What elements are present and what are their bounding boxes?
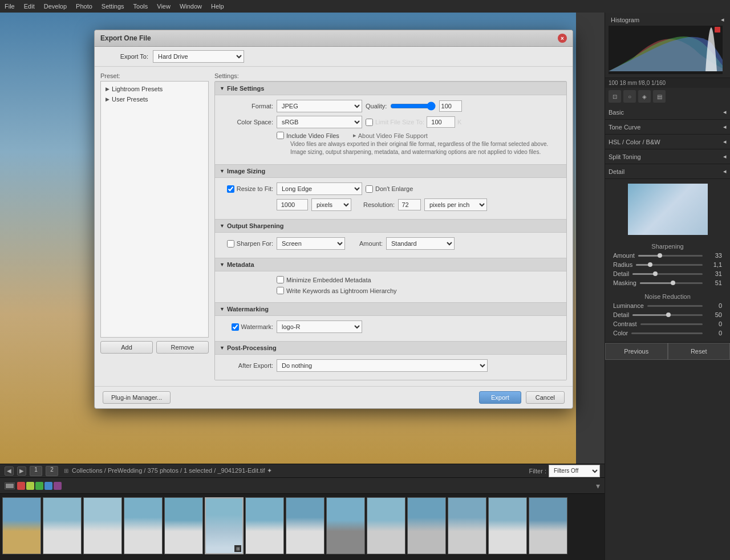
after-export-row: After Export: Do nothing bbox=[222, 359, 559, 372]
preset-label: Preset: bbox=[100, 72, 209, 79]
dialog-footer-right: Export Cancel bbox=[479, 391, 565, 404]
resize-to-fit-checkbox[interactable] bbox=[227, 185, 234, 193]
settings-area: Settings: ▼ File Settings Format: JPEG bbox=[214, 72, 567, 380]
preset-scroll[interactable]: ▶ Lightroom Presets ▶ User Presets bbox=[100, 81, 209, 338]
about-video: ▸ About Video File Support bbox=[353, 132, 428, 139]
menu-view[interactable]: View bbox=[157, 3, 171, 10]
user-presets-group[interactable]: ▶ User Presets bbox=[101, 94, 208, 104]
image-sizing-header[interactable]: ▼ Image Sizing bbox=[215, 164, 566, 178]
metadata-title: Metadata bbox=[227, 261, 254, 268]
color-space-label: Color Space: bbox=[222, 119, 273, 125]
video-row: Include Video Files ▸ About Video File S… bbox=[222, 132, 559, 156]
user-presets-label: User Presets bbox=[112, 96, 148, 103]
menu-settings[interactable]: Settings bbox=[102, 3, 124, 10]
export-to-label: Export To: bbox=[103, 53, 148, 60]
preset-tree: ▶ Lightroom Presets ▶ User Presets bbox=[101, 82, 208, 107]
color-space-row: Color Space: sRGB Limit File Size To: K bbox=[222, 116, 559, 128]
output-sharpening-header[interactable]: ▼ Output Sharpening bbox=[215, 219, 566, 233]
sharpen-for-checkbox[interactable] bbox=[227, 240, 234, 247]
watermark-label[interactable]: Watermark: bbox=[222, 323, 273, 331]
file-settings-header[interactable]: ▼ File Settings bbox=[215, 82, 566, 95]
resize-to-fit-label[interactable]: Resize to Fit: bbox=[222, 185, 273, 193]
export-button[interactable]: Export bbox=[479, 391, 521, 404]
dont-enlarge-label[interactable]: Don't Enlarge bbox=[366, 185, 413, 193]
lightroom-presets-group[interactable]: ▶ Lightroom Presets bbox=[101, 84, 208, 94]
menu-photo[interactable]: Photo bbox=[76, 3, 92, 10]
dont-enlarge-checkbox[interactable] bbox=[366, 185, 373, 193]
sharpen-for-row: Sharpen For: Screen Amount: Standard bbox=[222, 237, 559, 250]
resolution-label: Resolution: bbox=[355, 201, 395, 208]
menu-tools[interactable]: Tools bbox=[133, 3, 148, 10]
format-select[interactable]: JPEG bbox=[277, 100, 362, 112]
after-export-select[interactable]: Do nothing bbox=[277, 359, 488, 372]
menu-develop[interactable]: Develop bbox=[44, 3, 67, 10]
menu-help[interactable]: Help bbox=[211, 3, 224, 10]
plugin-manager-button[interactable]: Plug-in Manager... bbox=[103, 391, 171, 404]
minimize-metadata-checkbox[interactable] bbox=[277, 276, 284, 283]
include-video-checkbox[interactable] bbox=[277, 132, 284, 139]
output-sharpening-content: Sharpen For: Screen Amount: Standard bbox=[215, 233, 566, 258]
video-info-text: Video files are always exported in their… bbox=[290, 140, 559, 156]
watermark-checkbox[interactable] bbox=[232, 323, 239, 331]
menu-edit[interactable]: Edit bbox=[24, 3, 35, 10]
export-to-select[interactable]: Hard Drive bbox=[153, 50, 244, 63]
sharpen-for-label[interactable]: Sharpen For: bbox=[222, 240, 273, 247]
file-settings-content: Format: JPEG Quality: bbox=[215, 95, 566, 164]
video-checkboxes: Include Video Files ▸ About Video File S… bbox=[277, 132, 559, 139]
keywords-row: Write Keywords as Lightroom Hierarchy bbox=[222, 287, 559, 294]
pixel-row: pixels Resolution: pixels per inch bbox=[222, 198, 559, 211]
settings-panel[interactable]: ▼ File Settings Format: JPEG Quality: bbox=[214, 81, 567, 380]
export-dialog: Export One File × Export To: Hard Drive … bbox=[94, 30, 573, 409]
resolution-input[interactable] bbox=[398, 199, 421, 210]
after-export-label: After Export: bbox=[222, 362, 273, 369]
dialog-close-button[interactable]: × bbox=[558, 34, 567, 43]
amount-select[interactable]: Standard bbox=[386, 237, 455, 250]
pixels-input[interactable] bbox=[277, 199, 308, 210]
preset-buttons: Add Remove bbox=[100, 338, 209, 354]
watermarking-header[interactable]: ▼ Watermarking bbox=[215, 302, 566, 316]
include-video-label[interactable]: Include Video Files bbox=[277, 132, 339, 139]
format-row: Format: JPEG Quality: bbox=[222, 100, 559, 112]
watermarking-arrow: ▼ bbox=[220, 306, 225, 312]
dialog-titlebar: Export One File × bbox=[95, 30, 573, 47]
output-sharpening-title: Output Sharpening bbox=[227, 222, 284, 229]
watermark-select[interactable]: logo-R bbox=[277, 320, 362, 333]
dialog-footer: Plug-in Manager... Export Cancel bbox=[95, 386, 573, 408]
resize-select[interactable]: Long Edge bbox=[277, 182, 362, 195]
metadata-arrow: ▼ bbox=[220, 262, 225, 267]
quality-number-input[interactable] bbox=[439, 100, 462, 112]
post-processing-content: After Export: Do nothing bbox=[215, 355, 566, 380]
user-presets-arrow: ▶ bbox=[106, 96, 110, 102]
cancel-button[interactable]: Cancel bbox=[526, 391, 565, 404]
limit-file-size-unit: K bbox=[457, 119, 461, 125]
lightroom-presets-arrow: ▶ bbox=[106, 86, 110, 92]
post-processing-title: Post-Processing bbox=[227, 344, 277, 351]
image-sizing-title: Image Sizing bbox=[227, 168, 265, 175]
limit-file-size-checkbox[interactable] bbox=[366, 119, 373, 126]
watermark-row: Watermark: logo-R bbox=[222, 320, 559, 333]
add-preset-button[interactable]: Add bbox=[100, 341, 153, 354]
quality-slider[interactable] bbox=[390, 102, 436, 111]
format-label: Format: bbox=[222, 103, 273, 109]
metadata-header[interactable]: ▼ Metadata bbox=[215, 258, 566, 271]
keywords-label[interactable]: Write Keywords as Lightroom Hierarchy bbox=[277, 287, 397, 294]
watermarking-title: Watermarking bbox=[227, 306, 269, 313]
color-space-select[interactable]: sRGB bbox=[277, 116, 362, 128]
file-settings-title: File Settings bbox=[227, 85, 264, 92]
units-select[interactable]: pixels bbox=[311, 198, 351, 211]
sharpen-for-select[interactable]: Screen bbox=[277, 237, 345, 250]
watermarking-content: Watermark: logo-R bbox=[215, 316, 566, 341]
remove-preset-button[interactable]: Remove bbox=[156, 341, 209, 354]
amount-label: Amount: bbox=[348, 240, 383, 247]
ppi-select[interactable]: pixels per inch bbox=[424, 198, 487, 211]
dialog-footer-left: Plug-in Manager... bbox=[103, 391, 171, 404]
post-processing-header[interactable]: ▼ Post-Processing bbox=[215, 341, 566, 355]
minimize-metadata-label[interactable]: Minimize Embedded Metadata bbox=[277, 276, 371, 283]
keywords-checkbox[interactable] bbox=[277, 287, 284, 294]
metadata-content: Minimize Embedded Metadata Write Keyword… bbox=[215, 271, 566, 302]
export-to-row: Export To: Hard Drive bbox=[95, 47, 573, 67]
post-processing-arrow: ▼ bbox=[220, 345, 225, 351]
menu-file[interactable]: File bbox=[5, 3, 15, 10]
limit-file-size-input[interactable] bbox=[427, 116, 455, 128]
menu-window[interactable]: Window bbox=[180, 3, 202, 10]
